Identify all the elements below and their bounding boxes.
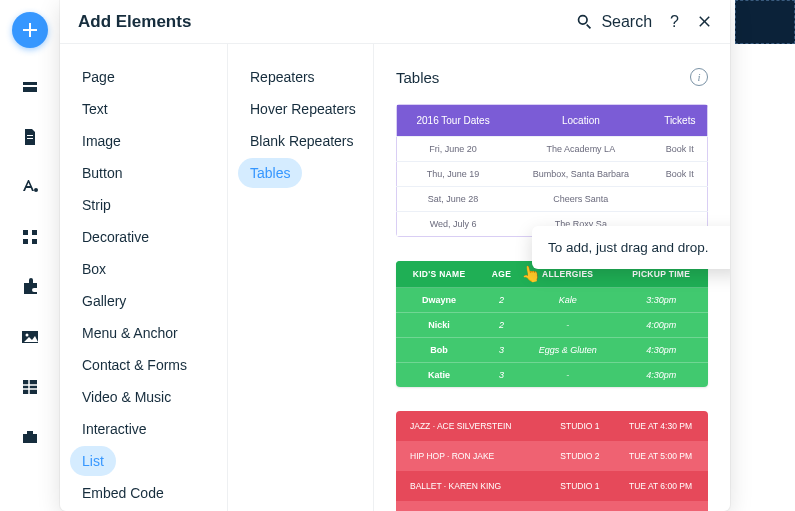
table-cell: [653, 212, 708, 237]
preview-table: 2016 Tour DatesLocationTicketsFri, June …: [396, 104, 708, 237]
table-cell: Kale: [521, 288, 615, 313]
table-preset-kids[interactable]: KID'S NAMEAGEALLERGIESPICKUP TIMEDwayne2…: [396, 261, 708, 387]
table-cell: TUE AT 7:00 PM: [613, 501, 708, 511]
table-row: Dwayne2Kale3:30pm: [396, 288, 708, 313]
table-cell: Fri, June 20: [397, 137, 510, 162]
rail-integrations-icon[interactable]: [19, 276, 41, 298]
table-header-cell: Location: [509, 105, 652, 137]
svg-point-4: [34, 188, 38, 192]
category-item[interactable]: Video & Music: [70, 382, 183, 412]
svg-rect-12: [23, 380, 37, 384]
table-row: ZUMBA · JOANNE GREENSTUDIO 2TUE AT 7:00 …: [396, 501, 708, 511]
table-header-cell: AGE: [482, 261, 521, 288]
panel-header-actions: Search ?: [576, 13, 712, 31]
rail-text-icon[interactable]: [19, 176, 41, 198]
table-cell: -: [521, 363, 615, 388]
table-cell: 4:30pm: [614, 363, 708, 388]
subcategory-item[interactable]: Tables: [238, 158, 302, 188]
table-preset-classes[interactable]: JAZZ · ACE SILVERSTEINSTUDIO 1TUE AT 4:3…: [396, 411, 708, 511]
table-cell: BALLET · KAREN KING: [396, 471, 547, 501]
subcategory-item[interactable]: Hover Repeaters: [238, 94, 368, 124]
table-header-cell: 2016 Tour Dates: [397, 105, 510, 137]
plus-icon: [22, 22, 38, 38]
add-elements-rail-button[interactable]: [12, 12, 48, 48]
subcategory-list: RepeatersHover RepeatersBlank RepeatersT…: [238, 62, 363, 188]
subcategory-item[interactable]: Blank Repeaters: [238, 126, 366, 156]
table-cell: Dwayne: [396, 288, 482, 313]
table-cell: JAZZ · ACE SILVERSTEIN: [396, 411, 547, 441]
preview-table: KID'S NAMEAGEALLERGIESPICKUP TIMEDwayne2…: [396, 261, 708, 387]
table-cell: TUE AT 5:00 PM: [613, 441, 708, 471]
table-cell: HIP HOP · RON JAKE: [396, 441, 547, 471]
category-item[interactable]: Box: [70, 254, 118, 284]
table-row: Bob3Eggs & Gluten4:30pm: [396, 338, 708, 363]
help-button[interactable]: ?: [670, 13, 679, 31]
rail-business-icon[interactable]: [19, 426, 41, 448]
category-item[interactable]: Button: [70, 158, 134, 188]
table-cell: Sat, June 28: [397, 187, 510, 212]
table-row: Wed, July 6The Roxy Sa: [397, 212, 708, 237]
rail-media-icon[interactable]: [19, 326, 41, 348]
svg-rect-7: [23, 239, 28, 244]
subcategory-item[interactable]: Repeaters: [238, 62, 327, 92]
table-cell: The Academy LA: [509, 137, 652, 162]
close-icon: [697, 14, 712, 29]
category-item[interactable]: Text: [70, 94, 120, 124]
svg-rect-8: [32, 239, 37, 244]
table-cell: 3: [482, 338, 521, 363]
category-list: PageTextImageButtonStripDecorativeBoxGal…: [70, 62, 217, 508]
table-cell: TUE AT 6:00 PM: [613, 471, 708, 501]
table-row: Katie3-4:30pm: [396, 363, 708, 388]
panel-header: Add Elements Search ?: [60, 0, 730, 44]
table-row: Sat, June 28Cheers Santa: [397, 187, 708, 212]
info-button[interactable]: i: [690, 68, 708, 86]
search-icon: [576, 13, 593, 30]
table-cell: The Roxy Sa: [509, 212, 652, 237]
rail-apps-icon[interactable]: [19, 226, 41, 248]
category-item[interactable]: Menu & Anchor: [70, 318, 190, 348]
category-item[interactable]: Image: [70, 126, 133, 156]
category-item[interactable]: List: [70, 446, 116, 476]
category-item[interactable]: Strip: [70, 190, 123, 220]
table-preset-tour-dates[interactable]: 2016 Tour DatesLocationTicketsFri, June …: [396, 104, 708, 237]
svg-rect-1: [23, 87, 37, 92]
app-root: Add Elements Search ? PageTextImageButto…: [0, 0, 795, 511]
svg-rect-0: [23, 82, 37, 85]
content-column: Tables i 2016 Tour DatesLocationTicketsF…: [374, 44, 730, 511]
category-item[interactable]: Gallery: [70, 286, 138, 316]
table-cell: STUDIO 2: [547, 501, 613, 511]
category-item[interactable]: Contact & Forms: [70, 350, 199, 380]
table-header-cell: Tickets: [653, 105, 708, 137]
rail-data-icon[interactable]: [19, 376, 41, 398]
svg-point-10: [26, 334, 29, 337]
category-item[interactable]: Interactive: [70, 414, 159, 444]
table-header-cell: KID'S NAME: [396, 261, 482, 288]
table-cell: Book It: [653, 137, 708, 162]
info-icon: i: [697, 71, 700, 83]
table-cell: -: [521, 313, 615, 338]
table-cell: STUDIO 1: [547, 471, 613, 501]
rail-section-icon[interactable]: [19, 76, 41, 98]
preview-table: JAZZ · ACE SILVERSTEINSTUDIO 1TUE AT 4:3…: [396, 411, 708, 511]
category-item[interactable]: Page: [70, 62, 127, 92]
svg-rect-17: [27, 431, 33, 434]
table-cell: Book It: [653, 162, 708, 187]
svg-rect-3: [27, 138, 33, 139]
search-label: Search: [601, 13, 652, 31]
panel-title: Add Elements: [78, 12, 576, 32]
rail-page-icon[interactable]: [19, 126, 41, 148]
close-button[interactable]: [697, 14, 712, 29]
search-button[interactable]: Search: [576, 13, 652, 31]
table-cell: 2: [482, 313, 521, 338]
left-rail: [0, 0, 60, 511]
tooltip-text: To add, just drag and drop.: [548, 240, 709, 255]
table-row: Nicki2-4:00pm: [396, 313, 708, 338]
table-cell: 3:30pm: [614, 288, 708, 313]
table-cell: Katie: [396, 363, 482, 388]
table-row: JAZZ · ACE SILVERSTEINSTUDIO 1TUE AT 4:3…: [396, 411, 708, 441]
table-cell: Nicki: [396, 313, 482, 338]
table-header-cell: ALLERGIES: [521, 261, 615, 288]
category-item[interactable]: Embed Code: [70, 478, 176, 508]
category-item[interactable]: Decorative: [70, 222, 161, 252]
table-cell: STUDIO 2: [547, 441, 613, 471]
